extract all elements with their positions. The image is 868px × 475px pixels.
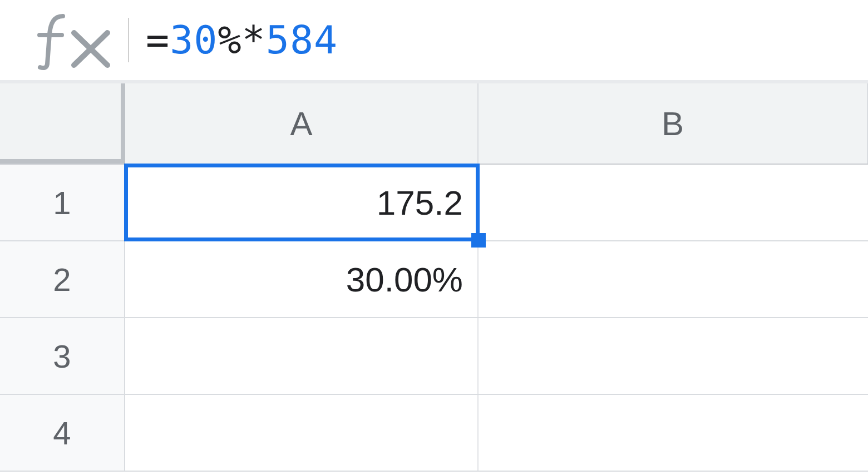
column-header-row: A B <box>0 83 868 165</box>
row-4: 4 <box>0 395 868 472</box>
row-header-3[interactable]: 3 <box>0 318 125 394</box>
row-2: 2 30.00% <box>0 241 868 318</box>
cell-A1[interactable]: 175.2 <box>125 165 479 240</box>
row-1: 1 175.2 <box>0 165 868 241</box>
formula-bar: =30%*584 <box>0 0 868 83</box>
cell-A3[interactable] <box>125 318 479 394</box>
column-header-A[interactable]: A <box>125 83 479 164</box>
cell-B2[interactable] <box>479 241 868 317</box>
cell-B4[interactable] <box>479 395 868 471</box>
row-header-4[interactable]: 4 <box>0 395 125 471</box>
fx-icon[interactable] <box>22 9 128 71</box>
column-header-B[interactable]: B <box>479 83 868 164</box>
selection-fill-handle[interactable] <box>471 233 486 248</box>
row-header-2[interactable]: 2 <box>0 241 125 317</box>
row-3: 3 <box>0 318 868 395</box>
cell-A4[interactable] <box>125 395 479 471</box>
cell-A2[interactable]: 30.00% <box>125 241 479 317</box>
select-all-corner[interactable] <box>0 83 125 164</box>
spreadsheet-grid: A B 1 175.2 2 30.00% 3 4 <box>0 83 868 472</box>
formula-input[interactable]: =30%*584 <box>146 17 338 63</box>
row-header-1[interactable]: 1 <box>0 165 125 240</box>
cell-B1[interactable] <box>479 165 868 240</box>
cell-B3[interactable] <box>479 318 868 394</box>
formula-bar-divider <box>128 18 129 62</box>
